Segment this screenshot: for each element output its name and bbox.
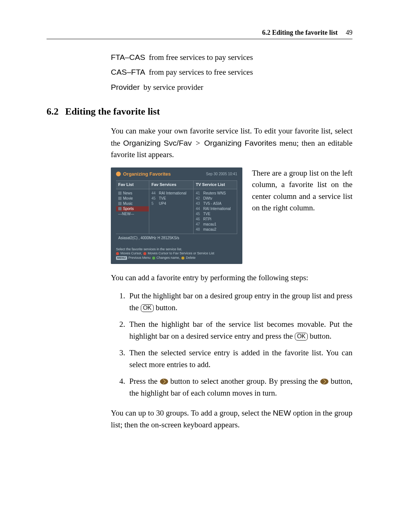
new-option-label: NEW — [273, 409, 291, 417]
service-number: 45 — [151, 196, 157, 201]
running-head-section: 6.2 Editing the favorite list — [262, 29, 338, 37]
figure-side-paragraph: There are a group list on the left colum… — [252, 167, 352, 214]
fav-service-item[interactable]: 5UP4 — [149, 201, 193, 206]
section-heading: 6.2 Editing the favorite list — [47, 106, 352, 117]
screenshot-title-text: Organizing Favorites — [123, 171, 171, 177]
service-name: TV5 - ASIA — [203, 201, 221, 206]
fav-list-item-new[interactable]: ---NEW--- — [116, 211, 149, 217]
page-number: 49 — [346, 29, 352, 37]
fav-list-label: Music — [123, 201, 133, 206]
tv-service-item[interactable]: 41Reuters WNS — [194, 191, 237, 196]
service-number: 44 — [196, 207, 202, 211]
service-name: UP4 — [159, 201, 166, 206]
step-item: Then the selected service entry is added… — [127, 347, 352, 370]
service-name: RAI International — [203, 207, 231, 211]
tv-service-item[interactable]: 48macau2 — [194, 227, 237, 232]
green-dot-icon — [152, 257, 155, 260]
footer-line-3: MENU Previous Menu Changes name, Delete — [116, 256, 237, 260]
body-column: You can make your own favorite service l… — [111, 125, 352, 431]
definition-list: FTA–CAS from free services to pay servic… — [111, 52, 352, 93]
column-header-tv-service-list: TV Service List — [194, 181, 237, 189]
text: button. — [308, 332, 331, 340]
fav-service-item[interactable]: 45TVE — [149, 196, 193, 201]
service-name: Reuters WNS — [203, 191, 226, 196]
figure-with-side-text: Organizing Favorites Sep 30 2005 10:41 F… — [111, 167, 352, 264]
tv-service-item[interactable]: 44RAI International — [194, 206, 237, 211]
fav-services-column: 44RAI International 45TVE 5UP4 — [149, 189, 194, 234]
organizing-favorites-screenshot: Organizing Favorites Sep 30 2005 10:41 F… — [111, 167, 242, 264]
steps-intro-paragraph: You can add a favorite entry by performi… — [111, 272, 352, 284]
definition-row: CAS–FTA from pay services to free servic… — [111, 67, 352, 78]
tv-service-item[interactable]: 42DWtv — [194, 196, 237, 201]
definition-desc: by service provider — [143, 82, 203, 93]
service-name: TVE — [159, 196, 166, 201]
service-name: macau1 — [203, 222, 216, 227]
ok-key-icon: OK — [295, 333, 308, 340]
service-name: TVE — [203, 212, 210, 216]
menu-path-part: Organizing Favorites — [204, 139, 276, 147]
star-icon — [116, 172, 121, 176]
text: Press the — [129, 377, 160, 386]
red-dot-icon — [116, 252, 119, 255]
section-number: 6.2 — [47, 106, 59, 117]
service-number: 47 — [196, 222, 202, 227]
service-number: 43 — [196, 201, 202, 206]
service-number: 5 — [151, 201, 157, 206]
definition-desc: from free services to pay services — [149, 52, 253, 63]
fav-list-item[interactable]: News — [116, 191, 149, 196]
ok-key-icon: OK — [141, 304, 154, 312]
fav-service-item[interactable]: 44RAI International — [149, 191, 193, 196]
fav-list-item[interactable]: Music — [116, 201, 149, 206]
fav-list-label: Movie — [123, 196, 133, 201]
square-icon — [118, 202, 122, 205]
service-name: DWtv — [203, 196, 212, 201]
definition-term: CAS–FTA — [111, 67, 145, 78]
menu-path-separator: > — [195, 139, 201, 148]
tv-service-item[interactable]: 46RTPi — [194, 217, 237, 222]
menu-path-part: Organizing Svc/Fav — [123, 139, 192, 147]
section-title: Editing the favorite list — [65, 106, 160, 117]
oval-remote-button-icon — [320, 379, 328, 384]
fav-list-label: ---NEW--- — [118, 212, 134, 216]
tv-service-item[interactable]: 43TV5 - ASIA — [194, 201, 237, 206]
steps-list: Put the highlight bar on a desired group… — [111, 290, 352, 399]
footer-text: Moves Cursor to Fav Services or Service … — [148, 251, 214, 256]
definition-term: FTA–CAS — [111, 52, 145, 63]
screenshot-datetime: Sep 30 2005 10:41 — [206, 172, 237, 176]
service-number: 46 — [196, 217, 202, 221]
screenshot-footer: Select the favorite services in the serv… — [111, 245, 242, 264]
tv-service-item[interactable]: 45TVE — [194, 211, 237, 217]
service-number: 44 — [151, 191, 157, 196]
screenshot-status-line: Asiasat2(C) , 4000MHz H 28125KS/s — [116, 234, 237, 242]
footer-text: Changes name, — [157, 256, 180, 260]
final-paragraph: You can up to 30 groups. To add a group,… — [111, 407, 352, 431]
tv-service-list-column: 41Reuters WNS 42DWtv 43TV5 - ASIA 44RAI … — [194, 189, 237, 234]
tv-service-item[interactable]: 47macau1 — [194, 222, 237, 227]
intro-paragraph: You can make your own favorite service l… — [111, 125, 352, 161]
square-icon — [118, 192, 122, 195]
footer-line-1: Select the favorite services in the serv… — [116, 247, 237, 252]
fav-list-column: News Movie Music Sports ---NEW--- — [116, 189, 149, 234]
column-header-fav-services: Fav Services — [149, 181, 194, 189]
definition-row: Provider by service provider — [111, 82, 352, 93]
text: button to select another group. By press… — [168, 377, 320, 386]
square-icon — [118, 197, 122, 200]
menu-key-badge: MENU — [116, 256, 127, 260]
step-item: Press the button to select another group… — [127, 376, 352, 399]
definition-term: Provider — [111, 82, 140, 93]
header-rule — [47, 39, 352, 39]
screenshot-grid: Fav List Fav Services TV Service List Ne… — [116, 180, 237, 242]
definition-desc: from pay services to free services — [149, 67, 253, 78]
oval-remote-button-icon — [160, 379, 168, 384]
column-header-fav-list: Fav List — [116, 181, 149, 189]
step-item: Then the highlight bar of the service li… — [127, 319, 352, 342]
red-dot-icon — [143, 252, 146, 255]
fav-list-label: Sports — [123, 207, 134, 211]
service-name: RAI International — [159, 191, 187, 196]
text: Then the selected service entry is added… — [129, 348, 352, 369]
yellow-dot-icon — [181, 257, 184, 260]
fav-list-item[interactable]: Movie — [116, 196, 149, 201]
fav-list-item-selected[interactable]: Sports — [116, 206, 149, 211]
footer-line-2: Moves Cursor, Moves Cursor to Fav Servic… — [116, 251, 237, 256]
definition-row: FTA–CAS from free services to pay servic… — [111, 52, 352, 63]
